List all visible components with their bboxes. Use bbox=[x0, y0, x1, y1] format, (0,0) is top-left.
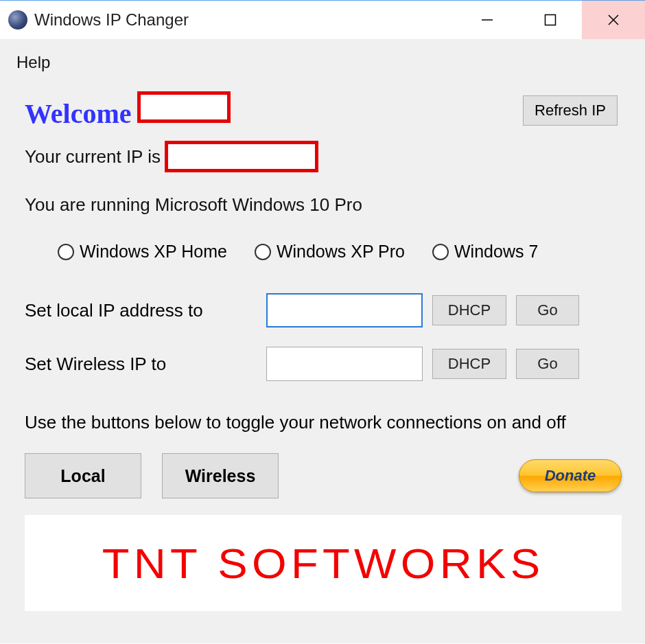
toggle-wireless-button[interactable]: Wireless bbox=[162, 453, 279, 498]
welcome-line: Welcome bbox=[25, 91, 231, 130]
brand-banner: TNT SOFTWORKS bbox=[25, 515, 622, 611]
radio-win7[interactable]: Windows 7 bbox=[432, 242, 538, 262]
radio-label: Windows 7 bbox=[454, 242, 538, 262]
toggle-row: Local Wireless Donate bbox=[25, 453, 622, 498]
wireless-ip-label: Set Wireless IP to bbox=[25, 354, 257, 375]
welcome-row: Welcome Refresh IP bbox=[25, 91, 622, 130]
radio-label: Windows XP Home bbox=[80, 242, 227, 262]
titlebar: Windows IP Changer bbox=[0, 1, 645, 39]
app-window: Windows IP Changer Help Welcome Refresh … bbox=[0, 0, 645, 643]
wireless-go-button[interactable]: Go bbox=[516, 349, 579, 379]
local-ip-row: Set local IP address to DHCP Go bbox=[25, 293, 622, 327]
os-radio-group: Windows XP Home Windows XP Pro Windows 7 bbox=[25, 242, 622, 262]
wireless-ip-input[interactable] bbox=[266, 347, 423, 381]
current-ip-line: Your current IP is bbox=[25, 141, 622, 172]
local-ip-input[interactable] bbox=[266, 293, 423, 327]
radio-xp-home[interactable]: Windows XP Home bbox=[58, 242, 227, 262]
menu-help[interactable]: Help bbox=[16, 53, 50, 71]
app-icon bbox=[8, 10, 27, 30]
maximize-button[interactable] bbox=[519, 1, 582, 39]
menu-bar: Help bbox=[12, 43, 633, 84]
wireless-dhcp-button[interactable]: DHCP bbox=[432, 349, 506, 379]
svg-rect-1 bbox=[546, 15, 556, 25]
local-dhcp-button[interactable]: DHCP bbox=[432, 295, 506, 325]
toggle-local-button[interactable]: Local bbox=[25, 453, 141, 498]
close-button[interactable] bbox=[582, 1, 645, 39]
content: Welcome Refresh IP Your current IP is Yo… bbox=[12, 84, 633, 611]
local-go-button[interactable]: Go bbox=[516, 295, 579, 325]
radio-icon bbox=[255, 244, 271, 260]
minimize-button[interactable] bbox=[456, 1, 519, 39]
os-line: You are running Microsoft Windows 10 Pro bbox=[25, 194, 622, 216]
brand-text: TNT SOFTWORKS bbox=[102, 539, 545, 588]
redacted-ip bbox=[165, 141, 318, 172]
radio-xp-pro[interactable]: Windows XP Pro bbox=[255, 242, 405, 262]
toggle-instructions: Use the buttons below to toggle your net… bbox=[25, 411, 622, 434]
client-area: Help Welcome Refresh IP Your current IP … bbox=[0, 39, 645, 643]
wireless-ip-row: Set Wireless IP to DHCP Go bbox=[25, 347, 622, 381]
welcome-label: Welcome bbox=[25, 97, 132, 130]
radio-label: Windows XP Pro bbox=[277, 242, 405, 262]
radio-icon bbox=[58, 244, 74, 260]
refresh-ip-button[interactable]: Refresh IP bbox=[523, 95, 618, 126]
donate-button[interactable]: Donate bbox=[519, 459, 622, 492]
current-ip-prefix: Your current IP is bbox=[25, 146, 161, 168]
redacted-username bbox=[137, 91, 231, 123]
local-ip-label: Set local IP address to bbox=[25, 300, 257, 321]
radio-icon bbox=[432, 244, 449, 260]
window-title: Windows IP Changer bbox=[34, 10, 456, 30]
